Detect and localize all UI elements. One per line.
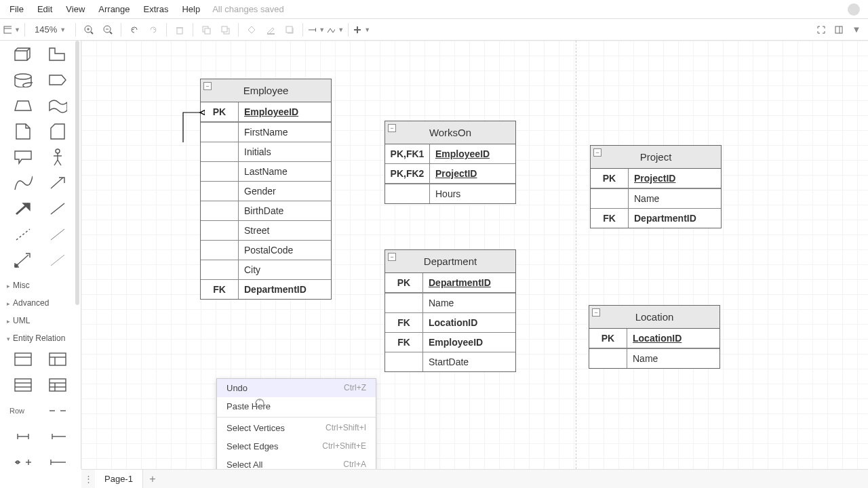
shape-cylinder[interactable]: [9, 70, 37, 89]
category-uml[interactable]: UML: [0, 312, 81, 329]
svg-rect-43: [15, 379, 31, 391]
shape-cube[interactable]: [9, 45, 37, 64]
zoom-in-icon[interactable]: [80, 21, 98, 39]
zoom-level[interactable]: 145%▼: [29, 24, 71, 35]
shape-sidebar: Misc Advanced UML Entity Relation Row Mo…: [0, 41, 81, 469]
shape-trapezoid[interactable]: [9, 96, 37, 115]
shadow-icon[interactable]: [281, 21, 298, 39]
collapse-icon[interactable]: −: [388, 253, 396, 261]
shape-thin-diag[interactable]: [44, 251, 72, 270]
svg-line-29: [58, 160, 61, 165]
svg-rect-16: [286, 26, 292, 33]
shape-tag[interactable]: [44, 70, 72, 89]
tab-page-1[interactable]: Page-1: [95, 470, 143, 488]
to-front-icon[interactable]: [197, 21, 215, 39]
svg-rect-12: [205, 28, 210, 34]
connection-icon[interactable]: ▼: [307, 21, 325, 39]
line-color-icon[interactable]: [262, 21, 279, 39]
category-misc[interactable]: Misc: [0, 277, 81, 294]
svg-line-34: [51, 229, 64, 240]
er-entity-4[interactable]: [44, 375, 72, 394]
collapse-icon[interactable]: −: [388, 124, 396, 132]
svg-line-30: [51, 178, 63, 188]
shape-arrow-diag[interactable]: [44, 174, 72, 192]
to-back-icon[interactable]: [216, 21, 234, 39]
category-advanced[interactable]: Advanced: [0, 294, 81, 312]
er-rel-3[interactable]: [9, 453, 37, 469]
entity-employee[interactable]: −Employee PKEmployeeID FirstName Initial…: [200, 79, 332, 300]
canvas[interactable]: −Employee PKEmployeeID FirstName Initial…: [81, 41, 868, 469]
menu-extras[interactable]: Extras: [137, 0, 176, 19]
er-rel-2[interactable]: [44, 427, 72, 446]
svg-rect-9: [177, 28, 182, 34]
shape-actor[interactable]: [44, 148, 72, 167]
fullscreen-icon[interactable]: [812, 21, 830, 39]
shape-note[interactable]: [9, 122, 37, 141]
menu-view[interactable]: View: [59, 0, 92, 19]
collapse-icon[interactable]: −: [592, 308, 600, 317]
save-status: All changes saved: [207, 4, 284, 14]
entity-department[interactable]: −Department PKDepartmentID Name FKLocati…: [384, 249, 516, 372]
svg-rect-0: [4, 26, 12, 33]
svg-point-36: [15, 264, 18, 267]
redo-icon[interactable]: [144, 21, 162, 39]
shape-palette: [0, 41, 81, 277]
svg-line-3: [91, 32, 93, 34]
page-tabs: ⋮ Page-1 +: [81, 469, 868, 488]
shape-line-diag[interactable]: [44, 199, 72, 218]
collapse-panel-icon[interactable]: ▼: [848, 21, 865, 39]
sidebar-scrollbar[interactable]: [75, 41, 79, 305]
ctx-undo[interactable]: UndoCtrl+Z: [217, 379, 376, 397]
er-entity-2[interactable]: [44, 350, 72, 369]
er-entity-1[interactable]: [9, 350, 37, 369]
svg-line-35: [16, 255, 28, 266]
shape-tape[interactable]: [44, 96, 72, 115]
view-mode-button[interactable]: ▼: [3, 21, 20, 39]
er-row-shape[interactable]: Row: [9, 401, 37, 420]
er-entity-3[interactable]: [9, 375, 37, 394]
ctx-paste-here[interactable]: Paste Here: [217, 397, 376, 415]
undo-icon[interactable]: [125, 21, 143, 39]
zoom-out-icon[interactable]: [99, 21, 117, 39]
menu-help[interactable]: Help: [175, 0, 207, 19]
ctx-select-all[interactable]: Select AllCtrl+A: [217, 455, 376, 469]
svg-line-37: [51, 255, 64, 266]
waypoint-icon[interactable]: ▼: [326, 21, 344, 39]
language-icon[interactable]: [848, 3, 860, 16]
shape-step[interactable]: [44, 45, 72, 64]
toolbar: ▼ 145%▼ ▼ ▼ ▼ ▼: [0, 19, 868, 41]
svg-rect-38: [15, 353, 31, 365]
collapse-icon[interactable]: −: [203, 82, 212, 90]
entity-project[interactable]: −Project PKProjectID Name FKDepartmentID: [590, 145, 722, 228]
menu-arrange[interactable]: Arrange: [92, 0, 136, 19]
shape-card[interactable]: [44, 122, 72, 141]
er-rel-1[interactable]: [9, 427, 37, 446]
shape-bidir-arrow[interactable]: [9, 251, 37, 270]
svg-rect-46: [50, 379, 66, 391]
shape-thin-line[interactable]: [44, 225, 72, 244]
menu-file[interactable]: File: [3, 0, 31, 19]
er-rel-4[interactable]: [44, 453, 72, 469]
shape-dashed[interactable]: [9, 225, 37, 244]
ctx-select-edges[interactable]: Select EdgesCtrl+Shift+E: [217, 437, 376, 455]
menu-edit[interactable]: Edit: [31, 0, 59, 19]
entity-location[interactable]: −Location PKLocationID Name: [589, 305, 720, 369]
er-row-line[interactable]: [44, 401, 72, 420]
format-panel-icon[interactable]: [830, 21, 848, 39]
shape-callout[interactable]: [9, 148, 37, 167]
add-page-button[interactable]: +: [143, 473, 162, 485]
entity-workson[interactable]: −WorksOn PK,FK1EmployeeID PK,FK2ProjectI…: [384, 121, 516, 204]
category-entity-relation[interactable]: Entity Relation: [0, 329, 81, 347]
svg-rect-40: [50, 353, 66, 365]
context-menu: UndoCtrl+Z Paste Here Select VerticesCtr…: [216, 378, 376, 469]
svg-line-28: [54, 160, 58, 165]
shape-curve[interactable]: [9, 174, 37, 192]
collapse-icon[interactable]: −: [593, 148, 601, 157]
tab-menu-icon[interactable]: ⋮: [81, 474, 95, 484]
ctx-select-vertices[interactable]: Select VerticesCtrl+Shift+I: [217, 419, 376, 437]
fill-color-icon[interactable]: [243, 21, 260, 39]
insert-icon[interactable]: ▼: [353, 21, 370, 39]
delete-icon[interactable]: [171, 21, 189, 39]
shape-arrow-up[interactable]: [9, 199, 37, 218]
svg-line-32: [51, 203, 64, 214]
